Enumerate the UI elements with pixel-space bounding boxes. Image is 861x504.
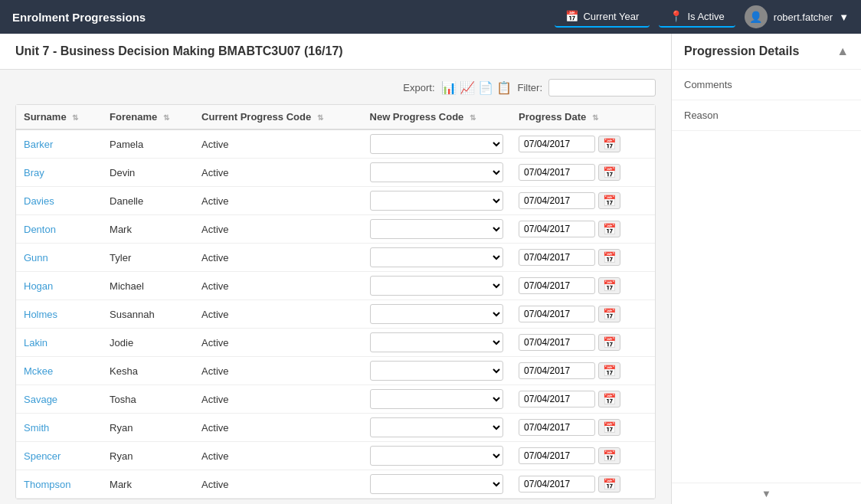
col-forename[interactable]: Forename ⇅ — [102, 105, 194, 129]
calendar-picker-icon[interactable]: 📅 — [598, 221, 620, 237]
progress-date-input[interactable] — [519, 476, 595, 493]
cell-forename: Susannah — [102, 300, 194, 329]
new-progress-code-select[interactable] — [370, 134, 504, 154]
export-pdf-icon[interactable]: 📄 — [478, 80, 493, 96]
sidebar: Progression Details ▲ Comments Reason ▼ — [671, 34, 861, 504]
user-menu[interactable]: 👤 robert.fatcher ▼ — [745, 5, 849, 28]
cell-forename: Jodie — [102, 329, 194, 357]
cell-current-progress-code: Active — [194, 300, 362, 329]
is-active-button[interactable]: 📍 Is Active — [659, 6, 735, 28]
new-progress-code-select[interactable] — [370, 361, 504, 381]
new-progress-code-select[interactable] — [370, 162, 504, 182]
new-progress-code-select[interactable] — [370, 276, 504, 296]
calendar-picker-icon[interactable]: 📅 — [598, 334, 620, 351]
progress-date-input[interactable] — [519, 391, 595, 407]
progress-date-input[interactable] — [519, 221, 595, 237]
progress-date-input[interactable] — [519, 249, 595, 266]
col-new-progress-code[interactable]: New Progress Code ⇅ — [362, 105, 512, 129]
calendar-picker-icon[interactable]: 📅 — [598, 362, 620, 379]
surname-link[interactable]: Gunn — [24, 252, 48, 263]
cell-surname: Thompson — [16, 470, 102, 499]
cell-progress-date: 📅 — [511, 414, 655, 442]
data-table: Surname ⇅ Forename ⇅ Current Progress Co… — [16, 105, 655, 499]
new-progress-code-select[interactable] — [370, 474, 504, 494]
cell-surname: Holmes — [16, 300, 102, 329]
calendar-picker-icon[interactable]: 📅 — [598, 476, 620, 493]
sidebar-scroll-down-button[interactable]: ▼ — [672, 483, 861, 504]
table-row: MckeeKeshaActive📅 — [16, 357, 655, 385]
progress-date-input[interactable] — [519, 192, 595, 209]
export-xlsx-icon[interactable]: 📈 — [460, 80, 475, 96]
table-row: HolmesSusannahActive📅 — [16, 300, 655, 329]
cell-new-progress-code — [362, 442, 512, 470]
sidebar-scroll-up-button[interactable]: ▲ — [836, 44, 849, 58]
surname-link[interactable]: Barker — [24, 139, 53, 150]
cell-progress-date: 📅 — [511, 385, 655, 414]
new-progress-code-select[interactable] — [370, 446, 504, 466]
calendar-picker-icon[interactable]: 📅 — [598, 419, 620, 436]
cell-new-progress-code — [362, 300, 512, 329]
cell-new-progress-code — [362, 244, 512, 272]
cell-forename: Pamela — [102, 129, 194, 159]
calendar-icon: 📅 — [565, 10, 578, 22]
surname-link[interactable]: Davies — [24, 195, 54, 207]
calendar-picker-icon[interactable]: 📅 — [598, 277, 620, 294]
new-progress-code-select[interactable] — [370, 417, 504, 437]
progress-date-input[interactable] — [519, 362, 595, 379]
surname-link[interactable]: Smith — [24, 422, 49, 434]
cell-new-progress-code — [362, 385, 512, 414]
cell-current-progress-code: Active — [194, 329, 362, 357]
cell-current-progress-code: Active — [194, 215, 362, 244]
cell-surname: Lakin — [16, 329, 102, 357]
cell-surname: Gunn — [16, 244, 102, 272]
cell-forename: Devin — [102, 159, 194, 187]
new-progress-code-select[interactable] — [370, 219, 504, 239]
new-progress-code-select[interactable] — [370, 191, 504, 211]
new-progress-code-select[interactable] — [370, 247, 504, 267]
export-csv-icon[interactable]: 📋 — [496, 80, 512, 96]
surname-link[interactable]: Holmes — [24, 309, 57, 320]
cell-forename: Ryan — [102, 442, 194, 470]
cell-new-progress-code — [362, 187, 512, 215]
cell-forename: Mark — [102, 470, 194, 499]
surname-link[interactable]: Savage — [24, 394, 57, 405]
sort-icon-cpc: ⇅ — [317, 113, 323, 122]
new-progress-code-select[interactable] — [370, 389, 504, 409]
progress-date-input[interactable] — [519, 419, 595, 436]
surname-link[interactable]: Thompson — [24, 479, 70, 490]
progress-date-input[interactable] — [519, 277, 595, 294]
col-surname[interactable]: Surname ⇅ — [16, 105, 102, 129]
cell-new-progress-code — [362, 159, 512, 187]
calendar-picker-icon[interactable]: 📅 — [598, 164, 620, 181]
progress-date-input[interactable] — [519, 164, 595, 181]
progress-date-input[interactable] — [519, 306, 595, 322]
new-progress-code-select[interactable] — [370, 332, 504, 352]
current-year-button[interactable]: 📅 Current Year — [555, 6, 650, 28]
app-header: Enrolment Progressions 📅 Current Year 📍 … — [0, 0, 861, 34]
export-xls-icon[interactable]: 📊 — [441, 80, 457, 96]
calendar-picker-icon[interactable]: 📅 — [598, 249, 620, 266]
surname-link[interactable]: Lakin — [24, 337, 47, 349]
progress-date-input[interactable] — [519, 334, 595, 351]
sort-icon-surname: ⇅ — [72, 113, 78, 122]
calendar-picker-icon[interactable]: 📅 — [598, 306, 620, 322]
surname-link[interactable]: Spencer — [24, 450, 61, 462]
new-progress-code-select[interactable] — [370, 304, 504, 324]
calendar-picker-icon[interactable]: 📅 — [598, 447, 620, 464]
surname-link[interactable]: Bray — [24, 167, 44, 178]
surname-link[interactable]: Mckee — [24, 365, 53, 377]
col-current-progress-code[interactable]: Current Progress Code ⇅ — [194, 105, 362, 129]
calendar-picker-icon[interactable]: 📅 — [598, 391, 620, 407]
progress-date-input[interactable] — [519, 447, 595, 464]
surname-link[interactable]: Denton — [24, 224, 56, 235]
data-table-wrap: Surname ⇅ Forename ⇅ Current Progress Co… — [15, 104, 656, 499]
calendar-picker-icon[interactable]: 📅 — [598, 192, 620, 209]
col-progress-date[interactable]: Progress Date ⇅ — [511, 105, 655, 129]
app-title: Enrolment Progressions — [12, 11, 545, 24]
table-row: SmithRyanActive📅 — [16, 414, 655, 442]
calendar-picker-icon[interactable]: 📅 — [598, 136, 620, 152]
cell-forename: Ryan — [102, 414, 194, 442]
surname-link[interactable]: Hogan — [24, 280, 53, 292]
filter-input[interactable] — [548, 79, 656, 97]
progress-date-input[interactable] — [519, 136, 595, 152]
